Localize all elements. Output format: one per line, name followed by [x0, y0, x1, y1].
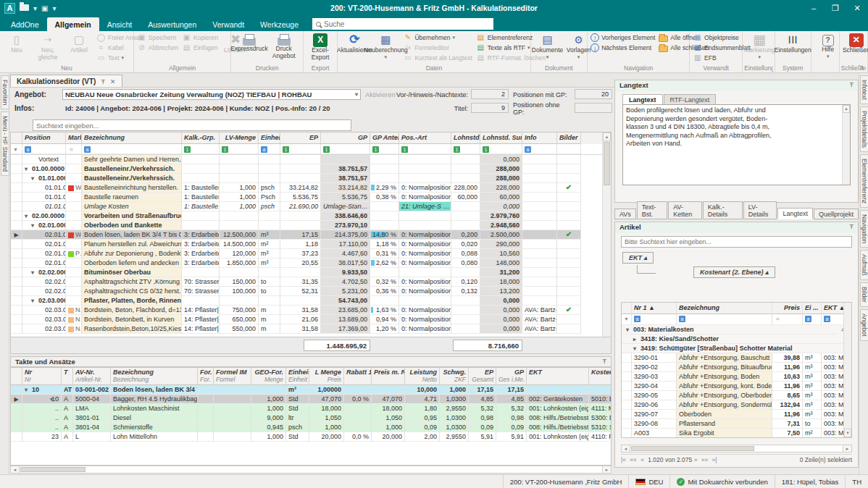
column-header-ekt[interactable]: EKT [527, 368, 589, 385]
scroll-up-icon[interactable]: ▲ [843, 105, 850, 113]
artikel-vscrollbar[interactable]: ▼ [843, 303, 851, 437]
column-header-nr[interactable]: NrNr [22, 368, 62, 385]
filter-condition-icon[interactable]: a [679, 316, 685, 322]
open-folder-icon[interactable] [20, 4, 29, 12]
table-row[interactable]: 3290-01Abfuhr +Entsorgung, Bauschutt39,8… [622, 353, 851, 363]
expand-collapse-icon[interactable]: ▸ [633, 335, 640, 344]
filter-cell-gp-anteil[interactable]: 1 [370, 144, 399, 154]
column-header-ei[interactable]: Ei ... [803, 303, 822, 314]
filter-cell-ei[interactable]: a [803, 314, 822, 325]
filter-condition-icon[interactable]: 1 [372, 146, 379, 153]
column-header-schwg[interactable]: Schwg.ZKF [440, 368, 469, 385]
column-header-ep[interactable]: EPGesamt [469, 368, 496, 385]
dokumente-button[interactable]: ▤Dokumente▾ [533, 32, 563, 64]
scroll-down-icon[interactable]: ▼ [844, 429, 851, 437]
filter-condition-icon[interactable]: 1 [454, 146, 460, 153]
table-row[interactable]: ▾02.01.0000Oberboden und Bankette273.970… [11, 221, 611, 230]
maximize-button[interactable]: ❐ [825, 4, 846, 13]
filter-cell-lv-menge[interactable]: 1 [220, 144, 259, 154]
pin-icon[interactable]: Ŧ [101, 78, 105, 85]
main-grid-vscrollbar[interactable]: ▲ [602, 132, 611, 337]
filter-condition-icon[interactable]: a [634, 316, 640, 322]
hilfe-button[interactable]: ?Hilfe▾ [813, 32, 843, 64]
table-row[interactable]: ▶▾10A5000-04Bagger, RH 4.5 Hydraulikbagg… [11, 395, 611, 404]
ribbon-tab-verwandt[interactable]: Verwandt [204, 17, 252, 31]
expand-collapse-icon[interactable]: ▾ [25, 386, 32, 395]
column-header-bilder[interactable]: Bilder [557, 132, 581, 144]
filter-cell-lohnstd[interactable]: 1 [451, 144, 480, 154]
detail-tab-av-ketten[interactable]: AV-Ketten [668, 201, 701, 219]
langtext-tab-rtf-langtext[interactable]: RTF-Langtext [664, 94, 717, 104]
filter-cell-info[interactable]: a [522, 144, 557, 154]
close-button[interactable]: ✕ [846, 4, 868, 13]
expand-collapse-icon[interactable]: ▾ [25, 212, 32, 221]
pager-first-icon[interactable]: |« [621, 456, 626, 463]
chevron-down-icon[interactable]: ▾ [355, 91, 358, 98]
column-header-nr[interactable]: Nr 1 ▲ [632, 303, 677, 314]
table-row[interactable]: 23ALLohn Mittellohn1,000Std20,0000,0 %20… [11, 432, 611, 442]
filter-condition-icon[interactable]: a [525, 146, 531, 153]
minimize-button[interactable]: – [803, 4, 825, 13]
qat-dropdown-icon[interactable]: ▾ [52, 4, 56, 12]
ribbon-tab-allgemein[interactable]: Allgemein [47, 17, 99, 31]
ribbon-tab-ansicht[interactable]: Ansicht [99, 17, 140, 31]
pin-icon[interactable]: Ŧ [850, 223, 854, 232]
dock-tab-angebot[interactable]: Angebot [860, 309, 868, 341]
filter-cell-bezeichnung[interactable]: a [677, 314, 772, 325]
filter-cell-mark[interactable]: = [66, 144, 82, 154]
artikel-hscrollbar[interactable]: ◄ ► [621, 445, 852, 453]
table-row[interactable]: 01.01.0010W…Baustelleneinrichtung herste… [11, 183, 611, 193]
pager-last-icon[interactable]: »| [712, 456, 717, 463]
druck-angebot-button[interactable]: Druck Angebot [266, 32, 301, 64]
column-header-pos-art[interactable]: Pos.-Art [399, 132, 451, 144]
group-chip-kostenart[interactable]: Kostenart (2. Ebene) ▴ [693, 266, 775, 278]
column-header-leistung[interactable]: LeistungNetto [405, 368, 440, 385]
table-row[interactable]: ▾10AT03-001-002Boden lösen, laden BK 3/4… [11, 385, 611, 395]
column-header-formel-im[interactable]: Formel IMFormel [214, 368, 251, 385]
expand-collapse-icon[interactable]: ▾ [25, 165, 32, 174]
column-header-l-menge[interactable]: L MengePreis [309, 368, 344, 385]
column-header-gp-anteil[interactable]: GP Anteil [370, 132, 399, 144]
expand-collapse-icon[interactable]: ▾ [31, 222, 38, 230]
column-header-einheit[interactable]: Einheit [259, 132, 280, 144]
column-header-kostena[interactable]: Kostena... [589, 368, 612, 385]
tab-kalkulationseditor[interactable]: Kalkulationseditor (VT) Ŧ ✕ [10, 75, 122, 87]
table-row[interactable]: 02.03.0010N…Bordstein, Beton, Flachbord,… [11, 306, 611, 315]
table-row[interactable]: ▾01.01.0000Baustelleneinr./Verkehrssich.… [11, 174, 611, 183]
column-header-lohnstd-sum[interactable]: Lohnstd. Sum. [480, 132, 522, 144]
column-header-bezeichnung[interactable]: BezeichnungBezeichnung [111, 368, 198, 385]
table-row[interactable]: 01.01.0021Umlage Kosten1: Baustelle…1,00… [11, 202, 611, 211]
table-row[interactable]: ..A3801-04Schmierstoffe0,945psch1,0001,0… [11, 423, 611, 432]
scroll-right-icon[interactable]: ► [843, 445, 851, 452]
column-header-bezeichnung[interactable]: Bezeichnung [82, 132, 182, 144]
group-chip-ekt[interactable]: EKT ▴ [622, 252, 654, 264]
table-row[interactable]: 02.03.0030N…Rasenbordstein,Beton,10/25,K… [11, 324, 611, 334]
dock-tab-elementreferenz[interactable]: Elementreferenz [860, 154, 868, 208]
ribbon-tab-auswertungen[interactable]: Auswertungen [140, 17, 204, 31]
scroll-left-icon[interactable]: ◄ [11, 466, 20, 473]
expressdruck-button[interactable]: Expressdruck [233, 32, 265, 64]
dock-tab-favoriten[interactable]: Favoriten [1, 75, 9, 109]
table-row[interactable]: 3290-08Pflastersand7,31to003: Materialko… [622, 419, 851, 429]
vorheriges-element-button[interactable]: ↑Vorheriges Element [589, 33, 656, 43]
scroll-left-icon[interactable]: ◄ [622, 445, 630, 452]
ribbon-search[interactable] [312, 18, 493, 30]
langtext-tab-langtext[interactable]: Langtext [622, 94, 663, 104]
ribbon-collapse-icon[interactable]: ∧ [859, 64, 864, 71]
filter-cell-bilder[interactable] [557, 144, 581, 154]
table-row[interactable]: 02.02.0010Asphalttragschicht ZTV ,Körnun… [11, 277, 611, 287]
übernehmen-button[interactable]: ✎Übernehmen▾ [401, 33, 473, 43]
table-row[interactable]: ..A3801-01Diesel9,000ltr1,0501,0500,951,… [11, 413, 611, 423]
detail-tab-text-bst[interactable]: Text-Bst. [637, 201, 667, 219]
table-row[interactable]: 02.01.0040Oberboden liefern und andecken… [11, 258, 611, 268]
dock-tab-bilder[interactable]: Bilder [860, 282, 868, 307]
filter-cell-position[interactable]: a [22, 144, 66, 154]
langtext-textarea[interactable]: Boden profilgerecht lösen und laden, Abf… [622, 104, 851, 185]
table-row[interactable]: 3290-07Oberboden11,96m³003: Materialkost… [622, 410, 851, 419]
filter-condition-icon[interactable]: a [805, 316, 811, 322]
filter-condition-icon[interactable]: 1 [401, 146, 408, 153]
expand-collapse-icon[interactable]: ▾ [31, 269, 38, 277]
filter-condition-icon[interactable]: a [824, 316, 830, 322]
schließen-button[interactable]: ✕Schließen [841, 32, 868, 64]
column-header-kalk-grp[interactable]: Kalk.-Grp. [182, 132, 220, 144]
